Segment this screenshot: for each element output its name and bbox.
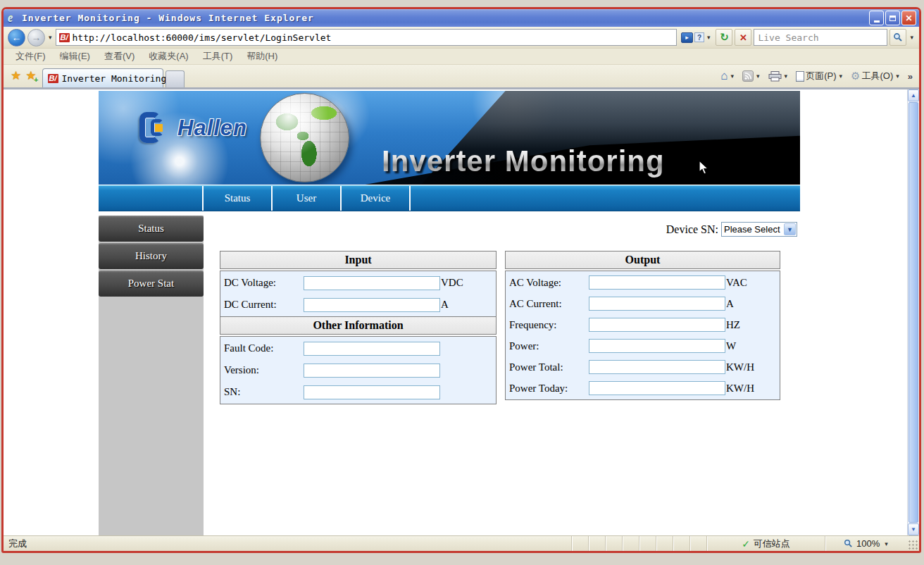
tab-bar: ★ ★+ B/ Inverter Monitoring ⌂▾ ▾: [4, 65, 919, 87]
restore-button[interactable]: [885, 11, 900, 25]
menu-item[interactable]: 查看(V): [98, 49, 141, 64]
favorites-star-icon[interactable]: ★: [11, 68, 21, 83]
feeds-button[interactable]: ▾: [740, 70, 763, 82]
url-input[interactable]: [73, 32, 673, 43]
field-label: DC Voltage:: [224, 277, 304, 289]
panel-row: AC Current: A: [506, 293, 780, 314]
tab-inverter-monitoring[interactable]: B/ Inverter Monitoring: [42, 68, 163, 87]
output-panel: Output AC Voltage: VAC AC Current:: [505, 251, 780, 400]
zoom-control[interactable]: 100% ▾: [825, 536, 908, 551]
panel-row: Power Today: KW/H: [506, 378, 780, 399]
address-field[interactable]: B/: [56, 29, 677, 46]
zoom-magnifier-icon: [844, 539, 853, 548]
magnifier-icon: [893, 32, 903, 42]
browser-viewport: Hallen Inverter Monitoring StatusUserDev…: [4, 87, 919, 535]
history-dropdown-icon[interactable]: ▾: [47, 34, 54, 41]
field-input[interactable]: [304, 385, 440, 399]
add-favorite-icon[interactable]: ★+: [25, 68, 36, 83]
minimize-icon: [874, 20, 880, 23]
sidebar: StatusHistoryPower Stat: [99, 216, 204, 535]
minimize-button[interactable]: [869, 11, 884, 25]
stop-button[interactable]: ✕: [735, 29, 751, 46]
field-label: Power Today:: [509, 383, 589, 395]
vertical-scrollbar[interactable]: ▲ ▼: [907, 89, 919, 535]
print-button[interactable]: ▾: [766, 70, 792, 82]
resize-grip[interactable]: [908, 540, 918, 550]
other-panel-title: Other Information: [220, 316, 497, 335]
device-sn-select[interactable]: Please Select ▼: [721, 222, 797, 237]
live-search-box[interactable]: [754, 29, 887, 46]
forward-button[interactable]: →: [27, 29, 45, 46]
input-panel-title: Input: [220, 251, 497, 269]
address-dropdown-icon[interactable]: ▾: [706, 34, 712, 41]
select-dropdown-icon[interactable]: ▼: [784, 223, 796, 235]
field-input[interactable]: [304, 342, 440, 356]
field-label: SN:: [224, 386, 304, 398]
globe-icon: [260, 93, 349, 182]
field-label: Frequency:: [509, 319, 589, 331]
page-menu-button[interactable]: 页面(P) ▾: [794, 69, 846, 83]
gear-icon: ⚙: [851, 70, 860, 82]
menu-item[interactable]: 收藏夹(A): [142, 49, 194, 64]
field-input[interactable]: [589, 381, 725, 395]
zoom-dropdown-icon[interactable]: ▾: [883, 540, 889, 547]
scroll-down-icon[interactable]: ▼: [908, 523, 919, 535]
panel-row: SN:: [220, 381, 496, 403]
menu-item[interactable]: 帮助(H): [240, 49, 284, 64]
device-sn-value: Please Select: [722, 224, 783, 235]
home-button[interactable]: ⌂▾: [718, 70, 737, 82]
nav-item[interactable]: Status: [204, 186, 273, 211]
back-button[interactable]: ←: [8, 29, 25, 46]
panel-row: AC Voltage: VAC: [506, 272, 780, 293]
search-options-dropdown-icon[interactable]: ▾: [909, 34, 915, 41]
field-input[interactable]: [589, 360, 725, 374]
panel-row: Version:: [220, 359, 496, 381]
compatibility-icon[interactable]: ▸: [681, 32, 693, 43]
field-input[interactable]: [589, 339, 725, 353]
scroll-up-icon[interactable]: ▲: [908, 89, 919, 101]
web-page: Hallen Inverter Monitoring StatusUserDev…: [4, 89, 907, 535]
close-icon: ✕: [905, 13, 912, 23]
refresh-button[interactable]: ↻: [716, 29, 732, 46]
mouse-cursor: [699, 160, 710, 175]
field-input[interactable]: [304, 298, 440, 312]
menu-item[interactable]: 编辑(E): [54, 49, 96, 64]
search-button[interactable]: [889, 29, 906, 46]
output-panel-title: Output: [505, 251, 780, 269]
nav-item[interactable]: Device: [342, 186, 411, 211]
panel-row: Power: W: [506, 335, 780, 356]
field-label: Power:: [509, 340, 589, 352]
new-tab-button[interactable]: [166, 70, 185, 87]
menu-bar: 文件(F)编辑(E)查看(V)收藏夹(A)工具(T)帮助(H): [4, 49, 919, 65]
refresh-icon: ↻: [720, 31, 729, 44]
sidebar-button[interactable]: History: [99, 243, 204, 269]
security-zone[interactable]: ✓ 可信站点: [706, 536, 825, 551]
sidebar-button[interactable]: Power Stat: [99, 271, 204, 297]
tools-menu-button[interactable]: ⚙ 工具(O) ▾: [849, 69, 903, 83]
nav-item[interactable]: User: [273, 186, 342, 211]
field-input[interactable]: [589, 297, 725, 311]
field-unit: HZ: [726, 319, 740, 331]
stop-icon: ✕: [739, 32, 747, 43]
sidebar-button[interactable]: Status: [99, 216, 204, 242]
field-input[interactable]: [589, 275, 725, 290]
trusted-check-icon: ✓: [742, 538, 750, 550]
panel-row: DC Voltage: VDC: [220, 272, 496, 294]
menu-item[interactable]: 工具(T): [196, 49, 239, 64]
tab-label: Inverter Monitoring: [62, 73, 167, 84]
field-unit: KW/H: [726, 383, 754, 395]
field-input[interactable]: [304, 276, 440, 290]
field-unit: VAC: [726, 277, 747, 289]
field-input[interactable]: [304, 364, 440, 378]
search-input[interactable]: [754, 32, 887, 43]
title-bar[interactable]: e Inverter Monitoring - Windows Internet…: [4, 9, 919, 27]
hallen-logo-icon: [139, 112, 170, 144]
address-help-icon[interactable]: ?: [694, 32, 704, 42]
brand-name: Hallen: [177, 116, 247, 141]
browser-window: e Inverter Monitoring - Windows Internet…: [1, 7, 921, 553]
close-button[interactable]: ✕: [901, 11, 916, 25]
field-input[interactable]: [589, 318, 725, 332]
scrollbar-thumb[interactable]: [909, 102, 918, 523]
menu-item[interactable]: 文件(F): [9, 49, 52, 64]
toolbar-overflow-icon[interactable]: »: [906, 71, 915, 82]
